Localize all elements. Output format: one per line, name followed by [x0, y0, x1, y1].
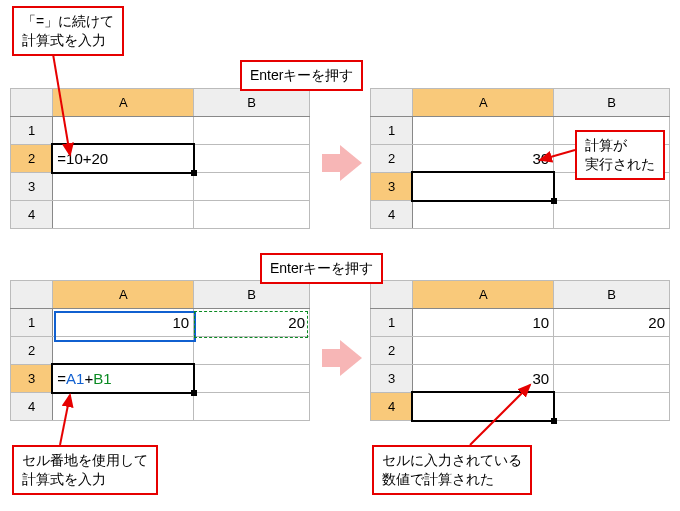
- corner-cell[interactable]: [371, 281, 413, 309]
- col-header-a[interactable]: A: [53, 89, 194, 117]
- row-header-1[interactable]: 1: [11, 117, 53, 145]
- cell-a2[interactable]: 30: [413, 145, 554, 173]
- col-header-b[interactable]: B: [554, 281, 670, 309]
- row-header-3[interactable]: 3: [11, 173, 53, 201]
- spreadsheet-top-left: A B 1 2 =10+20 3 4: [10, 88, 310, 229]
- row-header-3[interactable]: 3: [371, 365, 413, 393]
- ref-highlight-b1: [194, 311, 308, 338]
- row-header-3[interactable]: 3: [11, 365, 53, 393]
- cell-b1[interactable]: 20: [554, 309, 670, 337]
- row-header-4[interactable]: 4: [11, 201, 53, 229]
- cell-a1[interactable]: 10: [53, 309, 194, 337]
- row-header-2[interactable]: 2: [11, 145, 53, 173]
- cell-b4[interactable]: [194, 393, 310, 421]
- callout-computed: セルに入力されている数値で計算された: [372, 445, 532, 495]
- col-header-a[interactable]: A: [413, 281, 554, 309]
- formula-ref-b1: B1: [93, 370, 111, 387]
- cell-a3[interactable]: [413, 173, 554, 201]
- corner-cell[interactable]: [11, 89, 53, 117]
- callout-executed: 計算が実行された: [575, 130, 665, 180]
- row-header-4[interactable]: 4: [371, 393, 413, 421]
- cell-a2[interactable]: [413, 337, 554, 365]
- cell-a4[interactable]: [413, 393, 554, 421]
- cell-b4[interactable]: [194, 201, 310, 229]
- cell-a2[interactable]: [53, 337, 194, 365]
- cell-b4[interactable]: [554, 201, 670, 229]
- row-header-2[interactable]: 2: [371, 337, 413, 365]
- cell-a4[interactable]: [413, 201, 554, 229]
- callout-press-enter-1: Enterキーを押す: [240, 60, 363, 91]
- cell-a4[interactable]: [53, 393, 194, 421]
- row-header-1[interactable]: 1: [11, 309, 53, 337]
- arrow-right-icon: [322, 145, 362, 181]
- row-header-2[interactable]: 2: [371, 145, 413, 173]
- spreadsheet-bottom-right: A B 1 10 20 2 3 30 4: [370, 280, 670, 421]
- cell-a4[interactable]: [53, 201, 194, 229]
- callout-press-enter-2: Enterキーを押す: [260, 253, 383, 284]
- col-header-a[interactable]: A: [53, 281, 194, 309]
- row-header-1[interactable]: 1: [371, 117, 413, 145]
- corner-cell[interactable]: [371, 89, 413, 117]
- cell-b3[interactable]: [194, 365, 310, 393]
- corner-cell[interactable]: [11, 281, 53, 309]
- col-header-b[interactable]: B: [554, 89, 670, 117]
- cell-b3[interactable]: [194, 173, 310, 201]
- cell-b1[interactable]: [194, 117, 310, 145]
- formula-plus: +: [84, 370, 93, 387]
- cell-a2-val: 30: [533, 150, 550, 167]
- row-header-2[interactable]: 2: [11, 337, 53, 365]
- row-header-4[interactable]: 4: [11, 393, 53, 421]
- cell-b3[interactable]: [554, 365, 670, 393]
- cell-b2[interactable]: [194, 145, 310, 173]
- col-header-a[interactable]: A: [413, 89, 554, 117]
- cell-a3[interactable]: 30: [413, 365, 554, 393]
- cell-a2-val: =10+20: [57, 150, 108, 167]
- spreadsheet-bottom-left: A B 1 10 20 2 3 =A1+B1 4: [10, 280, 310, 421]
- cell-b4[interactable]: [554, 393, 670, 421]
- row-header-1[interactable]: 1: [371, 309, 413, 337]
- arrow-right-icon: [322, 340, 362, 376]
- callout-cell-ref: セル番地を使用して計算式を入力: [12, 445, 158, 495]
- cell-a1[interactable]: [413, 117, 554, 145]
- cell-b2[interactable]: [194, 337, 310, 365]
- cell-b2[interactable]: [554, 337, 670, 365]
- cell-a3[interactable]: [53, 173, 194, 201]
- row-header-4[interactable]: 4: [371, 201, 413, 229]
- col-header-b[interactable]: B: [194, 281, 310, 309]
- callout-formula-entry: 「=」に続けて計算式を入力: [12, 6, 124, 56]
- formula-ref-a1: A1: [66, 370, 84, 387]
- col-header-b[interactable]: B: [194, 89, 310, 117]
- cell-a3[interactable]: =A1+B1: [53, 365, 194, 393]
- formula-eq: =: [57, 370, 66, 387]
- cell-a2[interactable]: =10+20: [53, 145, 194, 173]
- row-header-3[interactable]: 3: [371, 173, 413, 201]
- cell-b1-val: 20: [648, 314, 665, 331]
- cell-a1[interactable]: 10: [413, 309, 554, 337]
- cell-a1-val: 10: [533, 314, 550, 331]
- cell-a1-val: 10: [173, 314, 190, 331]
- cell-a1[interactable]: [53, 117, 194, 145]
- cell-a3-val: 30: [533, 370, 550, 387]
